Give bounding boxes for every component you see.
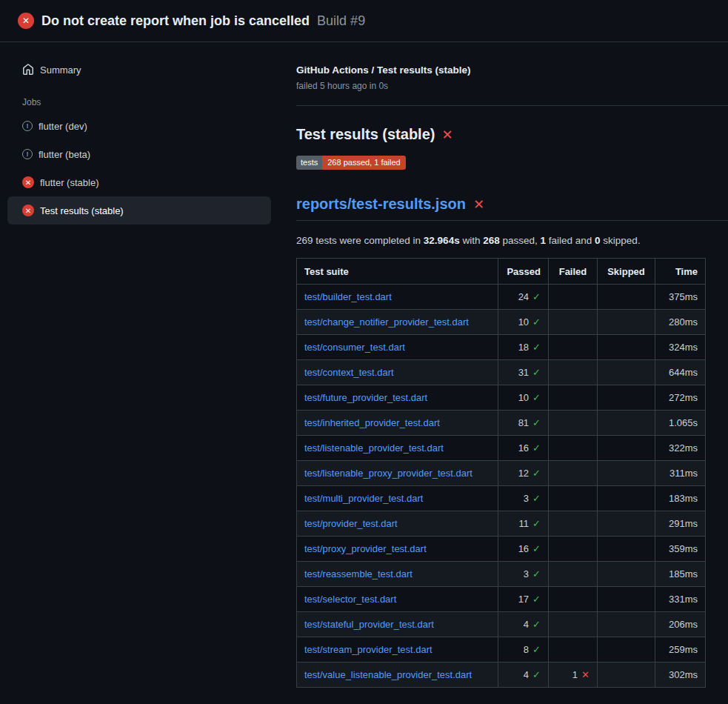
passed-cell: 31✓: [498, 360, 549, 385]
sidebar-jobs-list: ! flutter (dev) ! flutter (beta) ✕ flutt…: [0, 112, 278, 225]
cross-icon: ✕: [581, 669, 590, 680]
suite-cell: test/stateful_provider_test.dart: [297, 612, 498, 637]
time-cell: 375ms: [655, 285, 706, 310]
run-title: Do not create report when job is cancell…: [41, 13, 310, 29]
time-cell: 324ms: [655, 335, 706, 360]
report-link[interactable]: reports/test-results.json: [296, 196, 466, 213]
suite-link[interactable]: test/listenable_proxy_provider_test.dart: [304, 468, 472, 479]
failed-cell: [549, 587, 598, 612]
passed-cell: 10✓: [498, 385, 549, 411]
col-header-failed: Failed: [549, 259, 598, 285]
suite-cell: test/selector_test.dart: [297, 587, 498, 612]
suite-cell: test/value_listenable_provider_test.dart: [297, 663, 498, 688]
suite-link[interactable]: test/change_notifier_provider_test.dart: [304, 316, 469, 328]
suite-link[interactable]: test/future_provider_test.dart: [304, 392, 427, 403]
table-row: test/stream_provider_test.dart8✓259ms: [297, 637, 706, 663]
skipped-cell: [598, 335, 655, 360]
sidebar-item-test-results-stable[interactable]: ✕ Test results (stable): [7, 196, 271, 225]
check-icon: ✓: [532, 644, 541, 655]
passed-cell: 3✓: [498, 562, 549, 587]
failed-cell: [549, 285, 598, 310]
x-circle-fail-icon: ✕: [22, 205, 34, 216]
suite-link[interactable]: test/reassemble_test.dart: [304, 568, 413, 580]
x-circle-fail-icon: ✕: [22, 176, 34, 188]
col-header-test-suite: Test suite: [297, 259, 498, 285]
failed-cell: [549, 537, 598, 562]
skipped-cell: [598, 537, 655, 562]
suite-link[interactable]: test/consumer_test.dart: [304, 342, 405, 353]
failed-cell: [549, 310, 598, 335]
suite-cell: test/change_notifier_provider_test.dart: [297, 310, 498, 335]
failed-x-icon: ✕: [473, 198, 484, 211]
table-row: test/consumer_test.dart18✓324ms: [297, 335, 706, 360]
skipped-cell: [598, 511, 655, 537]
suite-link[interactable]: test/value_listenable_provider_test.dart: [304, 669, 472, 680]
sidebar-item-flutter-dev[interactable]: ! flutter (dev): [7, 112, 271, 140]
suite-link[interactable]: test/proxy_provider_test.dart: [304, 543, 427, 554]
failed-cell: [549, 360, 598, 385]
check-icon: ✓: [532, 291, 541, 302]
skipped-cell: [598, 637, 655, 663]
passed-cell: 16✓: [498, 436, 549, 461]
suite-cell: test/reassemble_test.dart: [297, 562, 498, 587]
failed-cell: [549, 461, 598, 486]
page-content: Summary Jobs ! flutter (dev) ! flutter (…: [0, 42, 728, 688]
time-cell: 206ms: [655, 612, 706, 637]
passed-cell: 16✓: [498, 537, 549, 562]
suite-link[interactable]: test/multi_provider_test.dart: [304, 493, 423, 504]
x-circle-fail-icon: ✕: [18, 13, 34, 29]
check-icon: ✓: [532, 417, 541, 428]
sidebar-item-flutter-beta[interactable]: ! flutter (beta): [7, 140, 271, 168]
skipped-cell: [598, 612, 655, 637]
check-icon: ✓: [532, 669, 541, 680]
check-icon: ✓: [532, 594, 541, 605]
col-header-skipped: Skipped: [598, 259, 655, 285]
sidebar-item-flutter-stable[interactable]: ✕ flutter (stable): [7, 168, 271, 196]
suite-cell: test/provider_test.dart: [297, 511, 498, 537]
suite-link[interactable]: test/context_test.dart: [304, 367, 394, 378]
tests-badge: tests 268 passed, 1 failed: [296, 156, 406, 170]
sidebar-item-summary[interactable]: Summary: [7, 56, 271, 84]
suite-link[interactable]: test/selector_test.dart: [304, 594, 396, 605]
suite-cell: test/builder_test.dart: [297, 285, 498, 310]
time-cell: 185ms: [655, 562, 706, 587]
suite-link[interactable]: test/provider_test.dart: [304, 518, 398, 529]
table-row: test/stateful_provider_test.dart4✓206ms: [297, 612, 706, 637]
badge-label: tests: [296, 156, 322, 170]
table-row: test/change_notifier_provider_test.dart1…: [297, 310, 706, 335]
failed-cell: [549, 436, 598, 461]
suite-cell: test/stream_provider_test.dart: [297, 637, 498, 663]
suite-cell: test/multi_provider_test.dart: [297, 486, 498, 511]
passed-cell: 17✓: [498, 587, 549, 612]
skipped-cell: [598, 486, 655, 511]
check-icon: ✓: [532, 392, 541, 403]
passed-cell: 81✓: [498, 411, 549, 436]
suite-link[interactable]: test/builder_test.dart: [304, 291, 392, 302]
failed-cell: 1✕: [549, 663, 598, 688]
table-row: test/builder_test.dart24✓375ms: [297, 285, 706, 310]
suite-cell: test/future_provider_test.dart: [297, 385, 498, 411]
table-row: test/context_test.dart31✓644ms: [297, 360, 706, 385]
table-row: test/selector_test.dart17✓331ms: [297, 587, 706, 612]
skipped-cell: [598, 385, 655, 411]
alert-circle-icon: !: [22, 149, 33, 159]
table-row: test/listenable_proxy_provider_test.dart…: [297, 461, 706, 486]
skipped-cell: [598, 461, 655, 486]
passed-cell: 24✓: [498, 285, 549, 310]
suite-link[interactable]: test/stateful_provider_test.dart: [304, 619, 434, 630]
passed-cell: 11✓: [498, 511, 549, 537]
time-cell: 331ms: [655, 587, 706, 612]
failed-cell: [549, 637, 598, 663]
suite-link[interactable]: test/listenable_provider_test.dart: [304, 442, 444, 454]
check-icon: ✓: [532, 518, 541, 529]
table-header-row: Test suitePassedFailedSkippedTime: [297, 259, 706, 285]
suite-cell: test/listenable_provider_test.dart: [297, 436, 498, 461]
skipped-cell: [598, 562, 655, 587]
suite-link[interactable]: test/inherited_provider_test.dart: [304, 417, 440, 428]
time-cell: 1.065s: [655, 411, 706, 436]
skipped-cell: [598, 285, 655, 310]
passed-cell: 18✓: [498, 335, 549, 360]
failed-cell: [549, 335, 598, 360]
results-table: Test suitePassedFailedSkippedTime test/b…: [296, 258, 706, 688]
suite-link[interactable]: test/stream_provider_test.dart: [304, 644, 433, 655]
